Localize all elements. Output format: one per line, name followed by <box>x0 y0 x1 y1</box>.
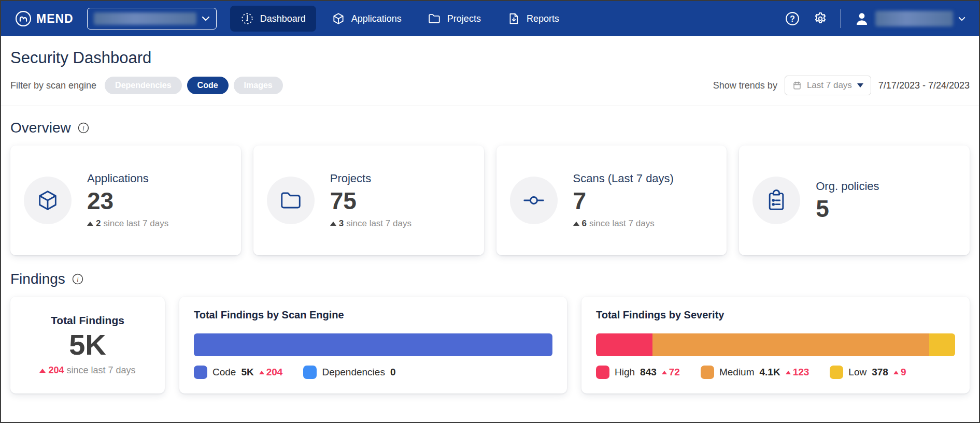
scan-engine-stacked-bar[interactable] <box>194 333 552 356</box>
filter-label: Filter by scan engine <box>10 80 96 91</box>
card-trend: 2 since last 7 days <box>87 218 168 229</box>
trend-suffix: since last 7 days <box>66 365 135 376</box>
findings-cards-row: Total Findings 5K 204 since last 7 days … <box>10 297 970 393</box>
legend-item-high: High 843 72 <box>596 366 680 379</box>
dashboard-gauge-icon <box>240 12 254 25</box>
trend-delta: 2 <box>96 218 101 229</box>
filter-pill-dependencies[interactable]: Dependencies <box>105 77 181 94</box>
icon-circle <box>24 177 72 224</box>
nav-tab-label: Dashboard <box>260 13 306 24</box>
help-icon[interactable]: ? <box>785 11 800 26</box>
icon-circle <box>267 177 315 224</box>
card-label: Org. policies <box>816 180 879 193</box>
filter-row: Filter by scan engine Dependencies Code … <box>10 76 970 95</box>
calendar-icon <box>792 81 802 90</box>
legend-item-low: Low 378 9 <box>830 366 906 379</box>
legend-name: Medium <box>719 367 755 378</box>
trend-range-dropdown[interactable]: Last 7 days <box>785 76 871 95</box>
nav-tab-applications[interactable]: Applications <box>321 6 412 32</box>
mend-logo-icon <box>15 10 32 27</box>
bar-segment-medium[interactable] <box>652 333 929 356</box>
overview-cards-row: Applications 23 2 since last 7 days <box>10 145 970 255</box>
legend-delta-value: 204 <box>266 367 283 378</box>
folder-icon <box>428 12 441 25</box>
legend-delta: 123 <box>786 367 809 378</box>
nav-tab-label: Applications <box>351 13 402 24</box>
clipboard-list-icon <box>764 188 788 212</box>
chevron-down-icon <box>958 17 965 21</box>
card-trend: 3 since last 7 days <box>330 218 411 229</box>
info-icon[interactable]: i <box>77 122 90 134</box>
svg-text:?: ? <box>790 14 795 23</box>
bar-segment-code[interactable] <box>194 333 552 356</box>
card-label: Applications <box>87 172 168 185</box>
bar-segment-high[interactable] <box>596 333 652 356</box>
legend-value: 4.1K <box>760 367 780 378</box>
bar-segment-low[interactable] <box>929 333 955 356</box>
legend-name: Low <box>848 367 867 378</box>
legend-swatch <box>194 366 207 379</box>
header-divider <box>1 106 979 106</box>
total-findings-label: Total Findings <box>51 314 124 327</box>
overview-card-projects[interactable]: Projects 75 3 since last 7 days <box>253 145 484 255</box>
overview-card-org-policies[interactable]: Org. policies 5 <box>739 145 970 255</box>
folder-icon <box>279 188 303 212</box>
total-findings-card[interactable]: Total Findings 5K 204 since last 7 days <box>10 297 165 393</box>
trend-up-icon <box>662 371 667 374</box>
severity-legend: High 843 72 Medium 4.1K 123 <box>596 366 955 379</box>
trend-up-icon <box>39 369 46 373</box>
card-value: 23 <box>87 188 168 213</box>
filter-pill-images[interactable]: Images <box>234 77 283 94</box>
user-avatar-icon <box>854 10 870 27</box>
chevron-down-icon <box>202 16 210 21</box>
username-redacted <box>875 11 953 26</box>
icon-circle <box>510 177 558 224</box>
trend-up-icon <box>330 222 336 226</box>
scan-engine-chart-title: Total Findings by Scan Engine <box>194 309 552 321</box>
overview-title: Overview <box>10 120 71 136</box>
trend-delta: 204 <box>48 365 64 376</box>
scan-engine-legend: Code 5K 204 Dependencies 0 <box>194 366 552 379</box>
settings-gear-icon[interactable] <box>813 11 828 26</box>
cube-icon <box>36 188 60 212</box>
trend-suffix: since last 7 days <box>589 218 655 229</box>
legend-swatch <box>701 366 714 379</box>
cube-icon <box>332 12 345 25</box>
total-findings-trend: 204 since last 7 days <box>39 365 135 376</box>
trend-delta: 6 <box>582 218 587 229</box>
trend-up-icon <box>893 371 899 374</box>
nav-tab-reports[interactable]: Reports <box>496 6 570 32</box>
mend-logo[interactable]: MEND <box>15 10 74 27</box>
legend-name: High <box>615 367 635 378</box>
svg-text:i: i <box>77 276 78 283</box>
organization-name-redacted <box>94 12 196 25</box>
report-download-icon <box>507 12 520 25</box>
legend-delta: 72 <box>662 367 680 378</box>
trend-delta: 3 <box>339 218 344 229</box>
legend-swatch <box>303 366 317 379</box>
user-menu[interactable] <box>854 10 965 27</box>
navbar-right-actions: ? <box>785 9 965 28</box>
nav-tab-label: Projects <box>447 13 481 24</box>
nav-tab-dashboard[interactable]: Dashboard <box>230 6 316 32</box>
legend-delta-value: 72 <box>669 367 680 378</box>
findings-title: Findings <box>10 271 65 287</box>
legend-swatch <box>830 366 843 379</box>
legend-value: 0 <box>390 367 396 378</box>
organization-selector[interactable] <box>87 8 217 30</box>
scan-engine-filter-group: Dependencies Code Images <box>105 77 283 94</box>
filter-pill-code[interactable]: Code <box>187 77 229 94</box>
overview-card-scans[interactable]: Scans (Last 7 days) 7 6 since last 7 day… <box>496 145 727 255</box>
overview-card-applications[interactable]: Applications 23 2 since last 7 days <box>10 145 241 255</box>
nav-tab-label: Reports <box>527 13 559 24</box>
info-icon[interactable]: i <box>72 273 84 285</box>
card-label: Scans (Last 7 days) <box>573 172 674 185</box>
svg-text:i: i <box>82 125 84 132</box>
trend-suffix: since last 7 days <box>103 218 168 229</box>
card-label: Projects <box>330 172 411 185</box>
trend-up-icon <box>786 371 791 374</box>
nav-tab-projects[interactable]: Projects <box>417 6 491 32</box>
legend-item-dependencies: Dependencies 0 <box>303 366 395 379</box>
top-navbar: MEND Dashboard <box>1 1 979 36</box>
severity-stacked-bar[interactable] <box>596 333 955 356</box>
